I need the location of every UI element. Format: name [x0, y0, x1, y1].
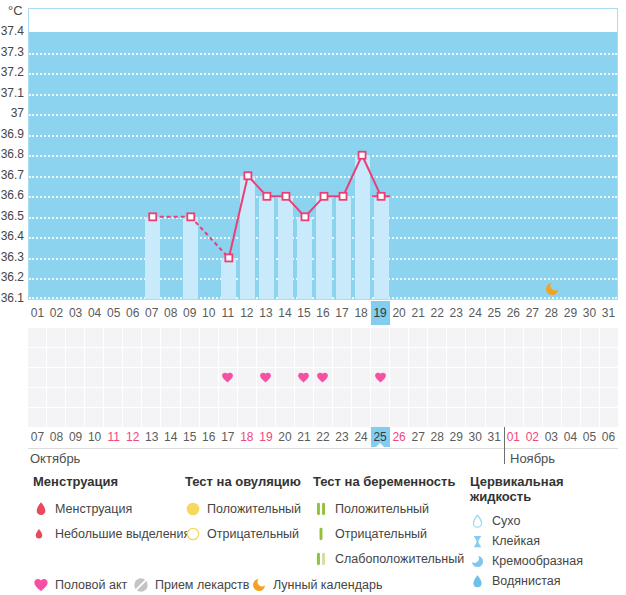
tracker-cell[interactable] [600, 368, 618, 387]
tracker-cell[interactable] [200, 328, 218, 347]
tracker-cell[interactable] [123, 408, 141, 427]
calendar-date-label[interactable]: 07 [28, 427, 47, 447]
tracker-cell[interactable] [486, 408, 504, 427]
tracker-cell[interactable] [200, 368, 218, 387]
cycle-day-label[interactable]: 29 [561, 301, 580, 325]
tracker-cell[interactable] [409, 388, 427, 407]
tracker-cell[interactable] [352, 408, 370, 427]
tracker-cell[interactable] [85, 328, 103, 347]
tracker-cell[interactable] [181, 388, 199, 407]
tracker-cell[interactable] [85, 348, 103, 367]
temperature-point-marker[interactable] [225, 254, 232, 261]
cycle-day-label[interactable]: 18 [352, 301, 371, 325]
tracker-cell[interactable] [333, 368, 351, 387]
cycle-day-label[interactable]: 05 [104, 301, 123, 325]
calendar-date-label[interactable]: 06 [599, 427, 618, 447]
tracker-cell[interactable] [219, 368, 237, 387]
tracker-cell[interactable] [505, 388, 523, 407]
tracker-cell[interactable] [295, 368, 313, 387]
calendar-date-label[interactable]: 09 [66, 427, 85, 447]
tracker-cell[interactable] [200, 388, 218, 407]
tracker-cell[interactable] [104, 368, 122, 387]
cycle-day-label[interactable]: 06 [123, 301, 142, 325]
tracker-cell[interactable] [600, 388, 618, 407]
tracker-cell[interactable] [200, 348, 218, 367]
tracker-cell[interactable] [505, 348, 523, 367]
tracker-cell[interactable] [371, 348, 389, 367]
tracker-cell[interactable] [371, 408, 389, 427]
tracker-cell[interactable] [390, 348, 408, 367]
tracker-cell[interactable] [28, 368, 46, 387]
tracker-cell[interactable] [562, 368, 580, 387]
tracker-cell[interactable] [161, 408, 179, 427]
tracker-cell[interactable] [142, 388, 160, 407]
tracker-cell[interactable] [123, 348, 141, 367]
tracker-cell[interactable] [66, 348, 84, 367]
moon-icon[interactable] [544, 281, 560, 297]
calendar-date-label[interactable]: 20 [275, 427, 294, 447]
tracker-cell[interactable] [505, 368, 523, 387]
tracker-cell[interactable] [409, 348, 427, 367]
tracker-cell[interactable] [428, 408, 446, 427]
calendar-date-label[interactable]: 22 [313, 427, 332, 447]
tracker-cell[interactable] [161, 328, 179, 347]
tracker-cell[interactable] [200, 408, 218, 427]
tracker-cell[interactable] [314, 368, 332, 387]
tracker-cell[interactable] [123, 368, 141, 387]
tracker-cell[interactable] [181, 348, 199, 367]
tracker-cell[interactable] [486, 328, 504, 347]
tracker-cell[interactable] [447, 388, 465, 407]
calendar-date-label[interactable]: 25 [371, 427, 390, 447]
tracker-cell[interactable] [47, 328, 65, 347]
tracker-cell[interactable] [524, 348, 542, 367]
tracker-cell[interactable] [390, 408, 408, 427]
tracker-cell[interactable] [123, 328, 141, 347]
tracker-cell[interactable] [161, 388, 179, 407]
tracker-cell[interactable] [333, 348, 351, 367]
tracker-cell[interactable] [447, 328, 465, 347]
tracker-cell[interactable] [333, 328, 351, 347]
calendar-date-label[interactable]: 05 [580, 427, 599, 447]
calendar-date-label[interactable]: 01 [504, 427, 523, 447]
tracker-cell[interactable] [257, 348, 275, 367]
tracker-cell[interactable] [219, 408, 237, 427]
tracker-cell[interactable] [181, 368, 199, 387]
cycle-day-label[interactable]: 04 [85, 301, 104, 325]
tracker-cell[interactable] [104, 388, 122, 407]
tracker-cell[interactable] [333, 388, 351, 407]
tracker-cell[interactable] [257, 408, 275, 427]
tracker-cell[interactable] [486, 368, 504, 387]
cycle-day-label[interactable]: 01 [28, 301, 47, 325]
tracker-cell[interactable] [352, 348, 370, 367]
cycle-day-label[interactable]: 08 [161, 301, 180, 325]
tracker-cell[interactable] [219, 388, 237, 407]
cycle-day-label[interactable]: 26 [504, 301, 523, 325]
tracker-cell[interactable] [28, 408, 46, 427]
cycle-day-label[interactable]: 10 [199, 301, 218, 325]
tracker-cell[interactable] [524, 388, 542, 407]
temperature-point-marker[interactable] [359, 152, 366, 159]
tracker-cell[interactable] [314, 408, 332, 427]
calendar-date-label[interactable]: 21 [294, 427, 313, 447]
tracker-cell[interactable] [142, 348, 160, 367]
tracker-cell[interactable] [104, 348, 122, 367]
calendar-date-label[interactable]: 10 [85, 427, 104, 447]
tracker-cell[interactable] [600, 328, 618, 347]
tracker-cell[interactable] [295, 328, 313, 347]
temperature-point-marker[interactable] [340, 193, 347, 200]
tracker-cell[interactable] [142, 408, 160, 427]
cycle-day-label[interactable]: 17 [333, 301, 352, 325]
cycle-day-label[interactable]: 24 [466, 301, 485, 325]
tracker-cell[interactable] [85, 368, 103, 387]
calendar-date-label[interactable]: 03 [542, 427, 561, 447]
tracker-cell[interactable] [181, 328, 199, 347]
tracker-cell[interactable] [352, 388, 370, 407]
calendar-date-label[interactable]: 27 [409, 427, 428, 447]
tracker-cell[interactable] [85, 388, 103, 407]
tracker-cell[interactable] [562, 388, 580, 407]
calendar-date-label[interactable]: 31 [485, 427, 504, 447]
tracker-cell[interactable] [238, 408, 256, 427]
cycle-day-label[interactable]: 28 [542, 301, 561, 325]
tracker-cell[interactable] [447, 408, 465, 427]
tracker-cell[interactable] [295, 408, 313, 427]
